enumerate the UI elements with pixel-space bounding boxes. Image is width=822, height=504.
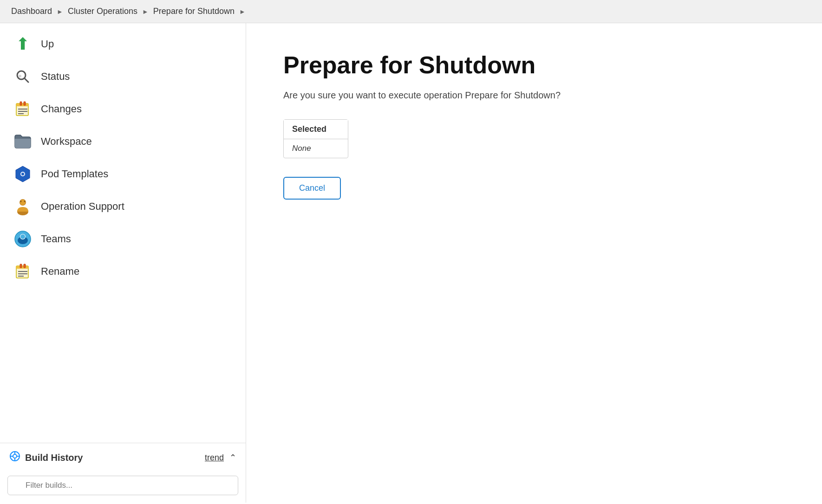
sidebar-item-workspace[interactable]: Workspace bbox=[0, 125, 246, 158]
breadcrumb-dashboard[interactable]: Dashboard bbox=[11, 6, 52, 16]
build-history-title: Build History bbox=[25, 452, 83, 463]
nav-items: ⬆ Up Status bbox=[0, 23, 246, 443]
sidebar-item-operation-support[interactable]: Operation Support bbox=[0, 190, 246, 223]
svg-point-12 bbox=[21, 173, 24, 175]
selected-header: Selected bbox=[284, 120, 348, 139]
svg-point-2 bbox=[19, 75, 21, 78]
svg-rect-23 bbox=[16, 266, 28, 269]
svg-rect-4 bbox=[16, 103, 28, 106]
build-history-right: trend ⌃ bbox=[205, 452, 236, 463]
rename-icon bbox=[13, 262, 33, 281]
svg-rect-28 bbox=[24, 264, 26, 268]
sidebar-label-up: Up bbox=[41, 38, 54, 50]
sidebar-item-pod-templates[interactable]: Pod Templates bbox=[0, 158, 246, 190]
breadcrumb-sep-3: ► bbox=[239, 8, 246, 15]
sidebar: ⬆ Up Status bbox=[0, 23, 246, 503]
sidebar-label-teams: Teams bbox=[41, 233, 71, 245]
filter-builds-input[interactable] bbox=[7, 476, 238, 495]
svg-point-21 bbox=[20, 234, 25, 239]
selected-value: None bbox=[284, 139, 348, 158]
trend-link[interactable]: trend bbox=[205, 453, 224, 463]
svg-point-30 bbox=[13, 454, 17, 458]
svg-point-16 bbox=[20, 201, 22, 202]
sidebar-item-rename[interactable]: Rename bbox=[0, 255, 246, 288]
build-history-left: Build History bbox=[9, 451, 83, 465]
svg-point-15 bbox=[20, 200, 26, 205]
svg-rect-27 bbox=[20, 264, 22, 268]
sidebar-label-rename: Rename bbox=[41, 265, 79, 278]
sidebar-label-pod-templates: Pod Templates bbox=[41, 168, 108, 180]
sidebar-label-status: Status bbox=[41, 71, 70, 83]
cancel-button[interactable]: Cancel bbox=[283, 177, 341, 200]
main-content: Prepare for Shutdown Are you sure you wa… bbox=[246, 23, 822, 503]
sidebar-item-changes[interactable]: Changes bbox=[0, 93, 246, 125]
main-layout: ⬆ Up Status bbox=[0, 23, 822, 503]
folder-icon bbox=[13, 132, 33, 151]
teams-icon bbox=[13, 229, 33, 249]
hexagon-icon bbox=[13, 164, 33, 184]
breadcrumb-cluster-ops[interactable]: Cluster Operations bbox=[68, 6, 137, 16]
svg-point-17 bbox=[24, 201, 26, 202]
sidebar-item-teams[interactable]: Teams bbox=[0, 223, 246, 255]
build-history-header: Build History trend ⌃ bbox=[0, 443, 246, 472]
confirm-text: Are you sure you want to execute operati… bbox=[283, 90, 785, 101]
filter-input-wrapper: 🔍 bbox=[0, 472, 246, 503]
person-icon bbox=[13, 197, 33, 216]
breadcrumb-prepare-shutdown[interactable]: Prepare for Shutdown bbox=[153, 6, 235, 16]
chevron-up-icon[interactable]: ⌃ bbox=[229, 452, 236, 463]
sidebar-item-up[interactable]: ⬆ Up bbox=[0, 28, 246, 60]
sidebar-label-changes: Changes bbox=[41, 103, 82, 115]
svg-rect-9 bbox=[24, 102, 26, 105]
build-history-icon bbox=[9, 451, 20, 465]
breadcrumb-sep-2: ► bbox=[142, 8, 149, 15]
notepad-icon bbox=[13, 99, 33, 119]
sidebar-label-operation-support: Operation Support bbox=[41, 200, 124, 213]
svg-rect-8 bbox=[20, 102, 22, 105]
filter-input-container: 🔍 bbox=[7, 476, 238, 495]
breadcrumb-bar: Dashboard ► Cluster Operations ► Prepare… bbox=[0, 0, 822, 23]
build-history-section: Build History trend ⌃ 🔍 bbox=[0, 443, 246, 503]
selected-table: Selected None bbox=[283, 119, 348, 158]
sidebar-label-workspace: Workspace bbox=[41, 136, 92, 148]
magnifier-icon bbox=[13, 67, 33, 86]
breadcrumb-sep-1: ► bbox=[57, 8, 63, 15]
svg-line-1 bbox=[25, 78, 28, 82]
page-title: Prepare for Shutdown bbox=[283, 51, 785, 79]
sidebar-item-status[interactable]: Status bbox=[0, 60, 246, 93]
up-arrow-icon: ⬆ bbox=[13, 34, 33, 54]
